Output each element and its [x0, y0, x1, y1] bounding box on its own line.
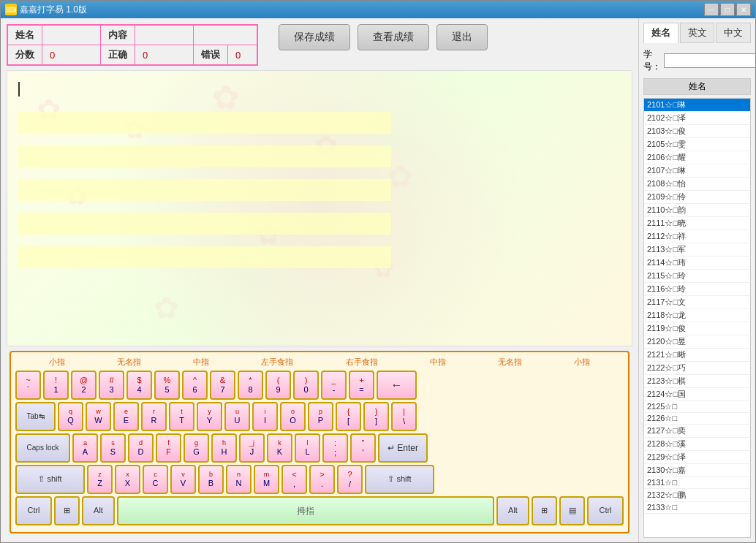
close-button[interactable]: ✕ — [736, 3, 751, 16]
key-o[interactable]: oO — [280, 402, 306, 431]
student-list-item[interactable]: 2122☆□巧 — [644, 362, 750, 375]
student-list-item[interactable]: 2113☆□军 — [644, 243, 750, 257]
student-list-item[interactable]: 2101☆□琳 — [644, 99, 750, 112]
key-s[interactable]: sS — [100, 433, 126, 463]
key-lwin[interactable]: ⊞ — [54, 496, 80, 525]
key-y[interactable]: yY — [197, 402, 222, 431]
key-8[interactable]: *8 — [238, 371, 263, 400]
student-list-item[interactable]: 2110☆□韵 — [644, 204, 750, 217]
student-list-item[interactable]: 2129☆□泽 — [644, 451, 750, 464]
key-k[interactable]: kK — [267, 433, 292, 463]
student-list-item[interactable]: 2120☆□昱 — [644, 335, 750, 349]
key-minus[interactable]: _- — [321, 371, 347, 400]
student-list-item[interactable]: 2128☆□溪 — [644, 438, 750, 451]
key-lalt[interactable]: Alt — [82, 496, 115, 525]
student-list-item[interactable]: 2132☆□鹏 — [644, 489, 750, 502]
student-list-item[interactable]: 2126☆□ — [644, 413, 750, 425]
key-slash[interactable]: ?/ — [337, 465, 363, 494]
key-equals[interactable]: += — [349, 371, 374, 400]
key-t[interactable]: tT — [169, 402, 194, 431]
student-list-item[interactable]: 2124☆□国 — [644, 388, 750, 401]
student-list-item[interactable]: 2121☆□晰 — [644, 349, 750, 362]
student-id-input[interactable] — [664, 53, 755, 68]
student-list-item[interactable]: 2117☆□文 — [644, 296, 750, 309]
key-semicolon[interactable]: :; — [322, 433, 348, 463]
key-d[interactable]: dD — [128, 433, 154, 463]
student-list-item[interactable]: 2106☆□耀 — [644, 151, 750, 164]
student-list-item[interactable]: 2102☆□泽 — [644, 112, 750, 125]
tab-name[interactable]: 姓名 — [643, 23, 678, 43]
name-list[interactable]: 2101☆□琳2102☆□泽2103☆□俊2105☆□雯2106☆□耀2107☆… — [643, 98, 751, 538]
student-list-item[interactable]: 2125☆□ — [644, 401, 750, 413]
key-l[interactable]: lL — [295, 433, 320, 463]
key-h[interactable]: hH — [211, 433, 237, 463]
key-quote[interactable]: "' — [350, 433, 376, 463]
key-lshift[interactable]: ⇧ shift — [15, 465, 85, 494]
key-comma[interactable]: <, — [281, 465, 307, 494]
key-capslock[interactable]: Caps lock — [15, 433, 70, 463]
key-r[interactable]: rR — [141, 402, 167, 431]
typing-area[interactable]: ✿ ✿ ✿ ✿ ✿ ✿ ✿ ✿ ✿ — [7, 70, 632, 346]
student-list-item[interactable]: 2112☆□祥 — [644, 230, 750, 243]
tab-zh[interactable]: 中文 — [716, 23, 751, 43]
student-list-item[interactable]: 2118☆□龙 — [644, 309, 750, 322]
key-z[interactable]: zZ — [87, 465, 113, 494]
key-3[interactable]: #3 — [99, 371, 124, 400]
key-j[interactable]: _jJ — [239, 433, 265, 463]
student-list-item[interactable]: 2123☆□棋 — [644, 375, 750, 388]
student-list-item[interactable]: 2116☆□玲 — [644, 283, 750, 296]
key-w[interactable]: wW — [86, 402, 111, 431]
key-f[interactable]: fF — [156, 433, 181, 463]
key-lctrl[interactable]: Ctrl — [15, 496, 52, 525]
key-e[interactable]: eE — [113, 402, 139, 431]
student-list-item[interactable]: 2115☆□玲 — [644, 270, 750, 283]
maximize-button[interactable]: □ — [720, 3, 735, 16]
student-list-item[interactable]: 2107☆□琳 — [644, 164, 750, 178]
key-n[interactable]: nN — [226, 465, 252, 494]
key-v[interactable]: vV — [170, 465, 196, 494]
key-enter[interactable]: ↵ Enter — [378, 433, 428, 463]
key-a[interactable]: aA — [72, 433, 98, 463]
student-list-item[interactable]: 2103☆□俊 — [644, 125, 750, 138]
tab-en[interactable]: 英文 — [680, 23, 715, 43]
key-6[interactable]: ^6 — [182, 371, 208, 400]
key-4[interactable]: $4 — [126, 371, 152, 400]
key-q[interactable]: qQ — [58, 402, 83, 431]
student-list-item[interactable]: 2131☆□ — [644, 477, 750, 489]
key-x[interactable]: xX — [115, 465, 140, 494]
student-list-item[interactable]: 2130☆□嘉 — [644, 464, 750, 477]
key-0[interactable]: )0 — [293, 371, 319, 400]
key-space[interactable]: 拇指 — [117, 496, 494, 525]
key-rctrl[interactable]: Ctrl — [587, 496, 624, 525]
exit-button[interactable]: 退出 — [436, 24, 488, 50]
key-backslash[interactable]: |\ — [391, 402, 417, 431]
student-list-item[interactable]: 2109☆□伶 — [644, 191, 750, 204]
key-rbracket[interactable]: }] — [363, 402, 389, 431]
student-list-item[interactable]: 2105☆□雯 — [644, 138, 750, 151]
key-backspace[interactable]: ← — [377, 371, 417, 400]
student-list-item[interactable]: 2127☆□奕 — [644, 425, 750, 438]
key-menu[interactable]: ▤ — [559, 496, 585, 525]
key-g[interactable]: gG — [184, 433, 209, 463]
key-lbracket[interactable]: {[ — [336, 402, 361, 431]
key-tab[interactable]: Tab↹ — [15, 402, 56, 431]
student-list-item[interactable]: 2114☆□玮 — [644, 257, 750, 270]
key-b[interactable]: bB — [198, 465, 224, 494]
key-2[interactable]: @2 — [71, 371, 97, 400]
key-m[interactable]: mM — [254, 465, 279, 494]
minimize-button[interactable]: ─ — [704, 3, 719, 16]
key-c[interactable]: cC — [143, 465, 168, 494]
key-1[interactable]: !1 — [43, 371, 69, 400]
view-button[interactable]: 查看成绩 — [358, 24, 429, 50]
key-backtick[interactable]: ~` — [15, 371, 41, 400]
student-list-item[interactable]: 2119☆□俊 — [644, 322, 750, 335]
key-5[interactable]: %5 — [154, 371, 180, 400]
key-9[interactable]: (9 — [265, 371, 291, 400]
key-rwin[interactable]: ⊞ — [532, 496, 557, 525]
student-list-item[interactable]: 2133☆□ — [644, 502, 750, 514]
student-list-item[interactable]: 2108☆□怡 — [644, 178, 750, 191]
key-u[interactable]: uU — [224, 402, 250, 431]
key-i[interactable]: iI — [252, 402, 278, 431]
key-period[interactable]: >. — [309, 465, 335, 494]
key-p[interactable]: pP — [308, 402, 333, 431]
